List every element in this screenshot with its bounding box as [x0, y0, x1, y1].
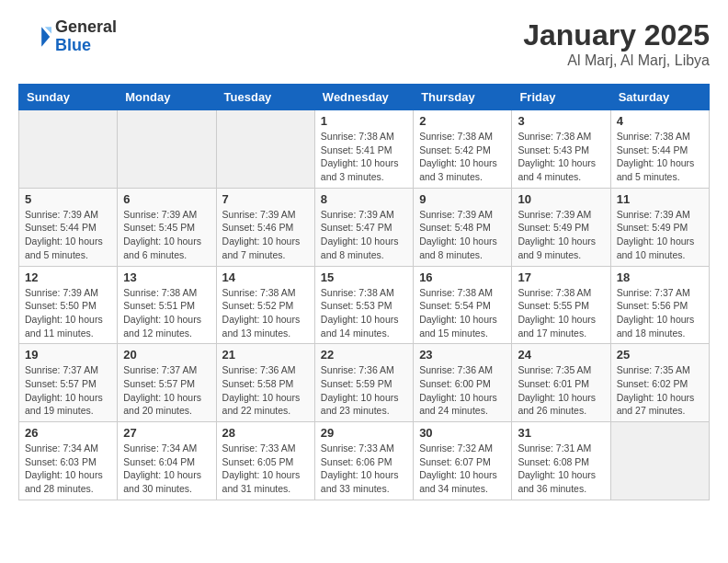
day-info: Sunrise: 7:39 AMSunset: 5:49 PMDaylight:… [518, 208, 604, 262]
day-number: 8 [321, 192, 407, 206]
title-block: January 2025 Al Marj, Al Marj, Libya [523, 18, 710, 69]
day-info: Sunrise: 7:36 AMSunset: 5:59 PMDaylight:… [321, 363, 407, 418]
day-number: 3 [518, 114, 604, 128]
day-info: Sunrise: 7:32 AMSunset: 6:07 PMDaylight:… [419, 442, 506, 496]
day-info: Sunrise: 7:35 AMSunset: 6:02 PMDaylight:… [617, 363, 703, 418]
calendar-cell: 18Sunrise: 7:37 AMSunset: 5:56 PMDayligh… [610, 266, 709, 344]
day-number: 19 [25, 348, 111, 362]
calendar-cell: 20Sunrise: 7:37 AMSunset: 5:57 PMDayligh… [118, 344, 216, 422]
day-info: Sunrise: 7:38 AMSunset: 5:52 PMDaylight:… [222, 286, 309, 340]
calendar-week-row: 5Sunrise: 7:39 AMSunset: 5:44 PMDaylight… [19, 188, 710, 266]
calendar-week-row: 1Sunrise: 7:38 AMSunset: 5:41 PMDaylight… [19, 110, 710, 189]
calendar-cell: 13Sunrise: 7:38 AMSunset: 5:51 PMDayligh… [118, 266, 216, 344]
page-header: General Blue January 2025 Al Marj, Al Ma… [18, 18, 710, 69]
calendar-cell: 23Sunrise: 7:36 AMSunset: 6:00 PMDayligh… [414, 344, 512, 422]
calendar-cell: 3Sunrise: 7:38 AMSunset: 5:43 PMDaylight… [512, 110, 610, 189]
day-number: 22 [321, 348, 407, 362]
day-number: 30 [419, 426, 506, 440]
day-info: Sunrise: 7:39 AMSunset: 5:50 PMDaylight:… [25, 286, 111, 340]
day-info: Sunrise: 7:38 AMSunset: 5:51 PMDaylight:… [123, 286, 210, 340]
day-number: 20 [123, 348, 210, 362]
day-info: Sunrise: 7:38 AMSunset: 5:54 PMDaylight:… [419, 286, 506, 340]
calendar-cell: 28Sunrise: 7:33 AMSunset: 6:05 PMDayligh… [216, 422, 314, 500]
col-header-thursday: Thursday [414, 85, 512, 110]
calendar-cell: 4Sunrise: 7:38 AMSunset: 5:44 PMDaylight… [610, 110, 709, 189]
calendar-cell: 29Sunrise: 7:33 AMSunset: 6:06 PMDayligh… [314, 422, 413, 500]
col-header-friday: Friday [512, 85, 610, 110]
day-info: Sunrise: 7:38 AMSunset: 5:53 PMDaylight:… [321, 286, 407, 340]
day-info: Sunrise: 7:37 AMSunset: 5:57 PMDaylight:… [123, 363, 210, 418]
calendar-cell: 14Sunrise: 7:38 AMSunset: 5:52 PMDayligh… [216, 266, 314, 344]
day-number: 5 [25, 192, 111, 206]
calendar-cell: 15Sunrise: 7:38 AMSunset: 5:53 PMDayligh… [314, 266, 413, 344]
calendar-cell: 16Sunrise: 7:38 AMSunset: 5:54 PMDayligh… [414, 266, 512, 344]
calendar-cell: 7Sunrise: 7:39 AMSunset: 5:46 PMDaylight… [216, 188, 314, 266]
calendar-cell: 22Sunrise: 7:36 AMSunset: 5:59 PMDayligh… [314, 344, 413, 422]
day-info: Sunrise: 7:36 AMSunset: 6:00 PMDaylight:… [419, 363, 506, 418]
calendar-cell: 31Sunrise: 7:31 AMSunset: 6:08 PMDayligh… [512, 422, 610, 500]
day-number: 14 [222, 270, 309, 284]
calendar-table: SundayMondayTuesdayWednesdayThursdayFrid… [18, 84, 710, 500]
calendar-cell: 17Sunrise: 7:38 AMSunset: 5:55 PMDayligh… [512, 266, 610, 344]
day-number: 4 [617, 114, 703, 128]
calendar-cell: 11Sunrise: 7:39 AMSunset: 5:49 PMDayligh… [610, 188, 709, 266]
day-number: 25 [617, 348, 703, 362]
page-subtitle: Al Marj, Al Marj, Libya [523, 52, 710, 69]
calendar-cell: 30Sunrise: 7:32 AMSunset: 6:07 PMDayligh… [414, 422, 512, 500]
day-number: 11 [617, 192, 703, 206]
day-info: Sunrise: 7:38 AMSunset: 5:44 PMDaylight:… [617, 130, 703, 184]
col-header-wednesday: Wednesday [314, 85, 413, 110]
calendar-cell [19, 110, 118, 189]
day-info: Sunrise: 7:36 AMSunset: 5:58 PMDaylight:… [222, 363, 309, 418]
day-number: 28 [222, 426, 309, 440]
day-number: 6 [123, 192, 210, 206]
day-info: Sunrise: 7:38 AMSunset: 5:41 PMDaylight:… [321, 130, 407, 184]
logo-blue-text: Blue [55, 37, 117, 55]
logo: General Blue [18, 18, 117, 55]
day-number: 23 [419, 348, 506, 362]
day-info: Sunrise: 7:33 AMSunset: 6:06 PMDaylight:… [321, 442, 407, 496]
calendar-cell [216, 110, 314, 189]
calendar-cell [118, 110, 216, 189]
day-info: Sunrise: 7:35 AMSunset: 6:01 PMDaylight:… [518, 363, 604, 418]
logo-text: General Blue [55, 18, 117, 55]
day-number: 29 [321, 426, 407, 440]
col-header-saturday: Saturday [610, 85, 709, 110]
col-header-monday: Monday [118, 85, 216, 110]
calendar-cell: 21Sunrise: 7:36 AMSunset: 5:58 PMDayligh… [216, 344, 314, 422]
day-number: 24 [518, 348, 604, 362]
day-info: Sunrise: 7:39 AMSunset: 5:45 PMDaylight:… [123, 208, 210, 262]
day-info: Sunrise: 7:33 AMSunset: 6:05 PMDaylight:… [222, 442, 309, 496]
calendar-cell: 10Sunrise: 7:39 AMSunset: 5:49 PMDayligh… [512, 188, 610, 266]
col-header-sunday: Sunday [19, 85, 118, 110]
calendar-cell: 24Sunrise: 7:35 AMSunset: 6:01 PMDayligh… [512, 344, 610, 422]
calendar-week-row: 19Sunrise: 7:37 AMSunset: 5:57 PMDayligh… [19, 344, 710, 422]
day-number: 17 [518, 270, 604, 284]
calendar-cell: 1Sunrise: 7:38 AMSunset: 5:41 PMDaylight… [314, 110, 413, 189]
logo-icon [18, 20, 51, 53]
calendar-cell: 2Sunrise: 7:38 AMSunset: 5:42 PMDaylight… [414, 110, 512, 189]
calendar-cell: 12Sunrise: 7:39 AMSunset: 5:50 PMDayligh… [19, 266, 118, 344]
calendar-week-row: 26Sunrise: 7:34 AMSunset: 6:03 PMDayligh… [19, 422, 710, 500]
calendar-week-row: 12Sunrise: 7:39 AMSunset: 5:50 PMDayligh… [19, 266, 710, 344]
day-number: 7 [222, 192, 309, 206]
day-info: Sunrise: 7:37 AMSunset: 5:56 PMDaylight:… [617, 286, 703, 340]
calendar-cell: 25Sunrise: 7:35 AMSunset: 6:02 PMDayligh… [610, 344, 709, 422]
day-number: 18 [617, 270, 703, 284]
day-number: 1 [321, 114, 407, 128]
calendar-cell: 6Sunrise: 7:39 AMSunset: 5:45 PMDaylight… [118, 188, 216, 266]
calendar-header-row: SundayMondayTuesdayWednesdayThursdayFrid… [19, 85, 710, 110]
calendar-cell: 5Sunrise: 7:39 AMSunset: 5:44 PMDaylight… [19, 188, 118, 266]
calendar-cell: 9Sunrise: 7:39 AMSunset: 5:48 PMDaylight… [414, 188, 512, 266]
day-info: Sunrise: 7:39 AMSunset: 5:49 PMDaylight:… [617, 208, 703, 262]
logo-general-text: General [55, 18, 117, 37]
day-info: Sunrise: 7:39 AMSunset: 5:44 PMDaylight:… [25, 208, 111, 262]
calendar-cell: 19Sunrise: 7:37 AMSunset: 5:57 PMDayligh… [19, 344, 118, 422]
day-number: 9 [419, 192, 506, 206]
day-number: 31 [518, 426, 604, 440]
day-info: Sunrise: 7:38 AMSunset: 5:42 PMDaylight:… [419, 130, 506, 184]
day-number: 13 [123, 270, 210, 284]
day-info: Sunrise: 7:38 AMSunset: 5:55 PMDaylight:… [518, 286, 604, 340]
col-header-tuesday: Tuesday [216, 85, 314, 110]
day-info: Sunrise: 7:39 AMSunset: 5:47 PMDaylight:… [321, 208, 407, 262]
